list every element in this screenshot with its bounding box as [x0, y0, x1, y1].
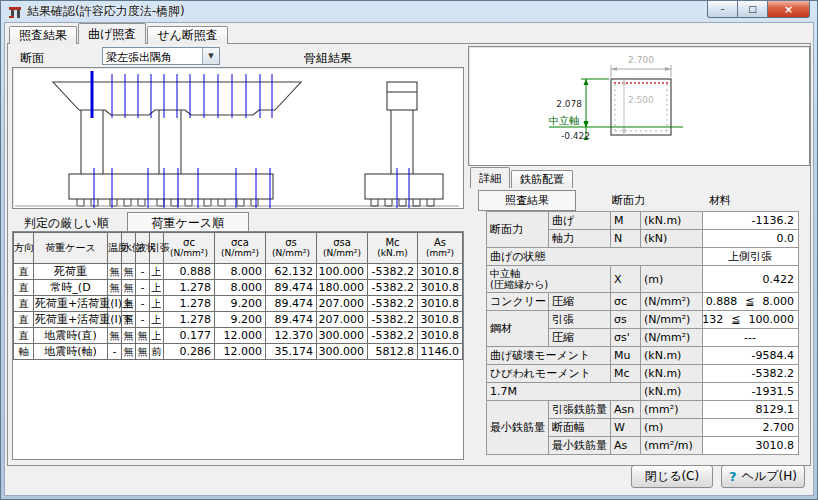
help-button[interactable]: ? ヘルプ(H) [721, 465, 805, 488]
section-width-dim: 2.700 [628, 55, 654, 65]
title-bar[interactable]: 結果確認(許容応力度法-橋脚) [1, 1, 817, 22]
detail-tab-strip: 詳細 鉄筋配置 [470, 168, 574, 188]
dialog-body: 照査結果 曲げ照査 せん断照査 断面 梁左張出隅角 ▼ 骨組結果 [4, 22, 814, 496]
minimize-button[interactable]: – [707, 1, 738, 18]
subtab-section-force[interactable]: 断面力 [604, 191, 653, 210]
help-icon: ? [729, 469, 737, 484]
group-concrete: コンクリート [487, 293, 549, 311]
header-sigma-c: σc(N/mm²) [164, 233, 215, 264]
main-tab-strip: 照査結果 曲げ照査 せん断照査 [9, 24, 229, 44]
frame-result-label: 骨組結果 [304, 50, 352, 67]
details-row: 最小鉄筋量 引張鉄筋量 Asn (mm²) 8129.1 [487, 401, 799, 419]
cross-section-diagram: 2.700 2.500 2.078 中立軸 -0.422 [469, 47, 809, 165]
header-direction: 方向 [14, 233, 34, 264]
details-row: ひびわれモーメント Mc (kN.m) -5382.2 [487, 365, 799, 383]
header-load-case: 荷重ケース [34, 233, 108, 264]
details-table: 断面力 曲げ M (kN.m) -1136.2 軸力 N (kN) 0.0 曲げ… [486, 211, 799, 455]
details-row: 曲げの状態 上側引張 [487, 248, 799, 266]
section-dropdown-value: 梁左張出隅角 [103, 48, 202, 64]
group-section-force: 断面力 [487, 212, 549, 248]
header-sigma-s: σs(N/mm²) [266, 233, 317, 264]
header-mc: Mc(kN.m) [368, 233, 418, 264]
window-title: 結果確認(許容応力度法-橋脚) [27, 3, 185, 20]
result-subtab-row: 照査結果 断面力 材料 [478, 190, 739, 211]
tab-sendan-shousa[interactable]: せん断照査 [147, 26, 228, 44]
header-tension-side: 引張 [150, 233, 164, 264]
section-height-dim: 2.500 [628, 95, 654, 105]
table-row[interactable]: 直 地震時(直) 無 無 無 上 0.177 12.000 12.370 300… [14, 328, 463, 344]
tab-rebar-layout[interactable]: 鉄筋配置 [511, 170, 573, 188]
table-row[interactable]: 直 死荷重 無 無 - 上 0.888 8.000 62.132 100.000… [14, 264, 463, 280]
cross-section-panel: 2.700 2.500 2.078 中立軸 -0.422 [468, 46, 810, 166]
maximize-button[interactable]: □ [738, 1, 767, 18]
header-temperature: 温度 [108, 233, 122, 264]
table-row[interactable]: 直 死荷重+活荷重(I)上 無 - 上 1.278 9.200 89.474 2… [14, 296, 463, 312]
details-row: 曲げ破壊モーメント Mu (kN.m) -9584.4 [487, 347, 799, 365]
tab-detail[interactable]: 詳細 [470, 167, 510, 188]
subtab-material[interactable]: 材料 [701, 191, 739, 210]
neutral-axis-label: 中立軸 [549, 115, 579, 126]
load-case-table: 方向 荷重ケース 温度 水位 液状 引張 σc(N/mm²) σca(N/mm²… [13, 232, 463, 360]
section-label: 断面 [20, 50, 44, 67]
table-row[interactable]: 直 常時_(D 無 無 - 上 1.278 8.000 89.474 180.0… [14, 280, 463, 296]
close-window-button[interactable]: × [767, 1, 810, 18]
subtab-check-result[interactable]: 照査結果 [478, 190, 576, 211]
tab-page: 断面 梁左張出隅角 ▼ 骨組結果 [7, 43, 811, 466]
window-icon [8, 5, 22, 19]
chevron-down-icon[interactable]: ▼ [202, 48, 219, 64]
group-steel: 鋼材 [487, 311, 549, 347]
tab-mage-shousa[interactable]: 曲げ照査 [78, 23, 146, 44]
group-min-rebar: 最小鉄筋量 [487, 401, 549, 455]
table-row[interactable]: 直 死荷重+活荷重(I)下 無 - 上 1.278 9.200 89.474 2… [14, 312, 463, 328]
header-water-level: 水位 [122, 233, 136, 264]
header-sigma-sa: σsa(N/mm²) [317, 233, 368, 264]
na-offset-dim: 2.078 [556, 99, 582, 109]
header-liquefaction: 液状 [136, 233, 150, 264]
details-row: 中立軸 (圧縮縁から) X (m) 0.422 [487, 266, 799, 293]
header-as: As(mm²) [418, 233, 463, 264]
frame-drawing-panel [12, 67, 464, 209]
tab-shousa-kekka[interactable]: 照査結果 [9, 26, 77, 44]
header-sigma-ca: σca(N/mm²) [215, 233, 266, 264]
na-value-label: -0.422 [561, 131, 590, 141]
frame-drawing [13, 68, 463, 208]
details-row: 断面力 曲げ M (kN.m) -1136.2 [487, 212, 799, 230]
table-header-row: 方向 荷重ケース 温度 水位 液状 引張 σc(N/mm²) σca(N/mm²… [14, 233, 463, 264]
details-row: コンクリート 圧縮 σc (N/mm²) 0.888 ≦ 8.000 [487, 293, 799, 311]
load-case-table-container[interactable]: 方向 荷重ケース 温度 水位 液状 引張 σc(N/mm²) σca(N/mm²… [12, 231, 464, 460]
app-window: 結果確認(許容応力度法-橋脚) – □ × 照査結果 曲げ照査 せん断照査 断面… [0, 0, 818, 500]
section-dropdown[interactable]: 梁左張出隅角 ▼ [102, 47, 220, 65]
close-button[interactable]: 閉じる(C) [631, 465, 713, 488]
table-row[interactable]: 軸 地震時(軸) - 無 無 前 0.286 12.000 35.174 300… [14, 344, 463, 360]
details-row: 1.7M (kN.m) -1931.5 [487, 383, 799, 401]
details-row: 鋼材 引張 σs (N/mm²) 62.132 ≦ 100.000 [487, 311, 799, 329]
window-controls: – □ × [707, 1, 810, 18]
